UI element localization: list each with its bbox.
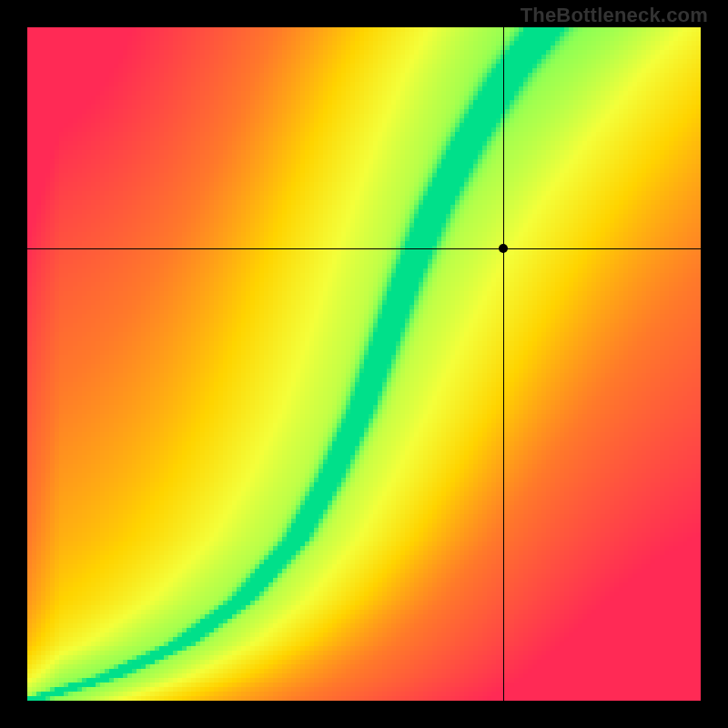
crosshair-vertical [503,27,504,701]
marker-dot [499,244,508,253]
watermark-text: TheBottleneck.com [521,4,708,27]
crosshair-horizontal [27,248,701,249]
heatmap-canvas [27,27,701,701]
chart-frame: TheBottleneck.com [0,0,728,728]
plot-area [27,27,701,701]
